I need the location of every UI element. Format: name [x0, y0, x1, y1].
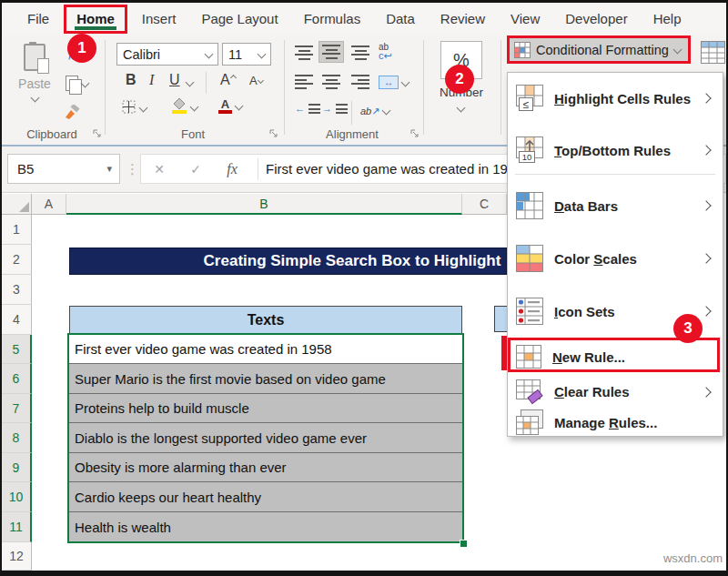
copy-dropdown-chevron [81, 79, 90, 88]
merge-center-chevron [401, 78, 410, 87]
menu-item-data-bars[interactable]: Data Bars [508, 186, 723, 226]
font-size-select[interactable]: 11 [222, 43, 271, 66]
align-left-button[interactable] [295, 75, 313, 89]
table-header-cell[interactable]: Texts [69, 306, 462, 334]
row-header-4[interactable]: 4 [2, 305, 32, 335]
tab-help[interactable]: Help [641, 4, 694, 35]
cell-b11[interactable]: Health is wealth [69, 512, 462, 542]
formula-bar-divider-handle[interactable]: ⋮ [126, 154, 139, 184]
tab-review[interactable]: Review [428, 4, 498, 35]
row-header-10[interactable]: 10 [2, 482, 32, 512]
tab-file[interactable]: File [15, 4, 62, 35]
tab-formulas[interactable]: Formulas [291, 4, 374, 35]
borders-button[interactable] [122, 100, 147, 115]
font-name-chevron [205, 50, 214, 59]
tab-developer[interactable]: Developer [552, 4, 640, 35]
row-header-5[interactable]: 5 [2, 335, 32, 364]
bottom-align-icon [351, 45, 369, 60]
clipboard-group-label: Clipboard [11, 127, 93, 141]
top-align-button[interactable] [295, 45, 313, 60]
row-header-3[interactable]: 3 [2, 275, 32, 305]
merge-center-button[interactable]: ↔ [379, 76, 409, 89]
name-box[interactable]: B5 ▾ [7, 154, 120, 184]
alignment-dialog-launcher[interactable] [410, 129, 420, 139]
font-dialog-launcher[interactable] [269, 129, 279, 139]
fill-handle[interactable] [460, 540, 468, 548]
formula-text[interactable]: First ever video game was created in 195… [266, 161, 523, 177]
format-painter-button[interactable] [65, 105, 80, 120]
active-cell-b5[interactable]: First ever video game was created in 195… [69, 335, 462, 364]
row-header-2[interactable]: 2 [2, 245, 32, 275]
menu-item-highlight-cells-rules[interactable]: ≤ Highlight Cells Rules [508, 78, 723, 118]
conditional-formatting-button[interactable]: Conditional Formatting [507, 35, 691, 64]
insert-function-button[interactable]: fx [214, 161, 250, 177]
cancel-button[interactable]: ✕ [141, 162, 177, 177]
tab-page-layout[interactable]: Page Layout [188, 4, 290, 35]
enter-button[interactable]: ✓ [177, 162, 214, 177]
tab-data[interactable]: Data [373, 4, 428, 35]
label-post: lear Rules [564, 384, 630, 399]
menu-item-clear-rules[interactable]: Clear Rules [508, 376, 723, 408]
align-right-button[interactable] [351, 75, 369, 89]
tab-view[interactable]: View [498, 4, 552, 35]
middle-align-button[interactable] [318, 41, 344, 63]
cell-b9[interactable]: Obesity is more alarming than ever [69, 453, 462, 482]
step-badge-3: 3 [673, 314, 703, 343]
conditional-formatting-icon [514, 42, 531, 58]
italic-button[interactable]: I [149, 72, 154, 88]
cell-b6[interactable]: Super Mario is the first movie based on … [69, 364, 462, 394]
orientation-button[interactable]: ab↗ [360, 102, 389, 118]
row-header-7[interactable]: 7 [2, 394, 32, 423]
bottom-align-button[interactable] [351, 45, 369, 60]
fill-color-button[interactable] [171, 98, 197, 115]
label-key: T [554, 143, 561, 158]
grow-font-button[interactable]: A [220, 72, 236, 88]
row-header-8[interactable]: 8 [2, 423, 32, 453]
decrease-indent-button[interactable]: ← [295, 104, 320, 114]
center-button[interactable] [322, 75, 340, 89]
paste-button[interactable]: Paste [13, 41, 56, 128]
watermark: wsxdn.com [642, 551, 723, 565]
alignment-group-label: Alignment [302, 127, 402, 141]
font-color-chevron [235, 102, 244, 111]
name-box-chevron: ▾ [106, 163, 112, 175]
menu-item-new-rule[interactable]: New Rule... [508, 340, 723, 373]
cell-b10[interactable]: Cardio keeps our heart healthy [69, 482, 462, 512]
row-header-12[interactable]: 12 [2, 542, 32, 571]
bold-button[interactable]: B [126, 72, 136, 88]
clipboard-dialog-launcher[interactable] [93, 129, 103, 139]
number-chevron[interactable] [457, 104, 466, 113]
row-header-11[interactable]: 11 [2, 512, 32, 542]
menu-item-color-scales[interactable]: Color Scales [508, 238, 723, 278]
menu-item-manage-rules[interactable]: Manage Rules... [508, 408, 723, 438]
font-name-select[interactable]: Calibri [116, 43, 218, 66]
font-color-button[interactable]: A [218, 98, 242, 114]
paste-dropdown-chevron [30, 94, 39, 103]
row-header-1[interactable]: 1 [2, 215, 32, 245]
copy-button[interactable] [66, 76, 88, 91]
column-header-c[interactable]: C [462, 194, 507, 215]
font-name-value: Calibri [123, 47, 160, 62]
submenu-arrow-icon [701, 93, 711, 103]
format-as-table-icon[interactable] [701, 41, 726, 65]
menu-item-top-bottom-rules[interactable]: 10 Top/Bottom Rules [508, 130, 723, 170]
menu-item-label: Top/Bottom Rules [554, 143, 671, 158]
title-banner-cell[interactable]: Creating Simple Search Box to Highlight [69, 248, 507, 275]
search-box-header-fragment[interactable] [494, 306, 507, 332]
column-header-b[interactable]: B [66, 194, 462, 215]
label-key: S [593, 251, 602, 267]
row-header-6[interactable]: 6 [2, 364, 32, 394]
cell-b7[interactable]: Proteins help to build muscle [69, 394, 462, 423]
borders-icon [122, 100, 136, 115]
tab-home[interactable]: Home [64, 5, 127, 34]
increase-indent-button[interactable]: → [322, 104, 348, 114]
underline-button[interactable]: U [169, 72, 180, 88]
select-all-corner[interactable] [2, 194, 32, 215]
column-header-a[interactable]: A [32, 194, 66, 215]
shrink-font-button[interactable]: A [249, 74, 263, 87]
group-divider [500, 40, 501, 135]
row-header-9[interactable]: 9 [2, 453, 32, 482]
tab-insert[interactable]: Insert [129, 4, 189, 35]
cell-b8[interactable]: Diablo is the longest supported video ga… [69, 423, 462, 453]
wrap-text-button[interactable]: ab c↩ [379, 43, 392, 61]
